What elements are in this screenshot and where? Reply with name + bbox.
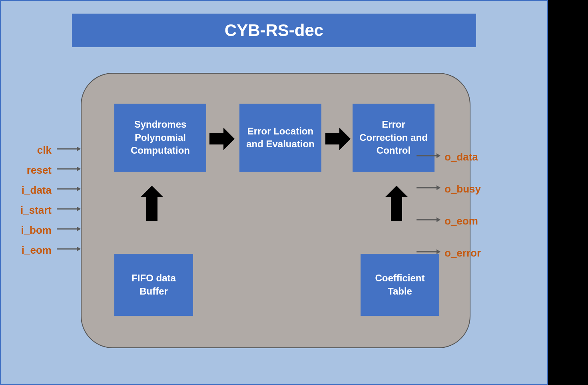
block-syndromes: Syndromes Polynomial Computation: [114, 104, 206, 172]
svg-marker-9: [77, 227, 81, 231]
signal-arrow-icon: [57, 244, 81, 254]
svg-marker-5: [77, 186, 81, 191]
block-coefficient-table: Coefficient Table: [361, 254, 439, 316]
diagram-canvas: CYB-RS-dec Syndromes Polynomial Computat…: [0, 0, 548, 385]
arrow-up-icon: [141, 186, 163, 221]
output-label-obusy: o_busy: [444, 183, 481, 195]
signal-arrow-icon: [57, 164, 81, 174]
arrow-right-icon: [209, 128, 235, 150]
svg-marker-15: [437, 185, 441, 190]
signal-arrow-icon: [417, 151, 441, 160]
input-label-ieom: i_eom: [22, 244, 52, 257]
svg-marker-11: [77, 247, 81, 251]
block-fifo-buffer: FIFO data Buffer: [114, 254, 193, 316]
svg-marker-1: [77, 146, 81, 151]
input-label-idata: i_data: [22, 184, 52, 197]
block-error-correction: Error Correction and Control: [353, 104, 435, 172]
svg-marker-19: [437, 249, 441, 254]
input-label-ibom: i_bom: [21, 224, 52, 237]
input-label-clk: clk: [37, 144, 52, 156]
output-label-oeom: o_eom: [444, 215, 478, 227]
signal-arrow-icon: [57, 204, 81, 214]
input-label-istart: i_start: [20, 204, 52, 217]
arrow-right-icon: [325, 128, 351, 150]
input-label-reset: reset: [27, 164, 52, 176]
svg-marker-7: [77, 207, 81, 211]
signal-arrow-icon: [57, 184, 81, 194]
signal-arrow-icon: [417, 215, 441, 225]
svg-marker-13: [437, 153, 441, 158]
signal-arrow-icon: [417, 247, 441, 257]
title-bar: CYB-RS-dec: [72, 14, 476, 47]
svg-marker-3: [77, 166, 81, 171]
module-container: Syndromes Polynomial Computation Error L…: [81, 73, 470, 348]
signal-arrow-icon: [57, 144, 81, 154]
svg-marker-17: [437, 217, 441, 222]
block-error-location: Error Location and Evaluation: [239, 104, 321, 172]
arrow-up-icon: [385, 186, 408, 221]
signal-arrow-icon: [417, 183, 441, 192]
output-label-odata: o_data: [444, 151, 478, 163]
signal-arrow-icon: [57, 224, 81, 234]
output-label-oerror: o_error: [444, 247, 481, 259]
